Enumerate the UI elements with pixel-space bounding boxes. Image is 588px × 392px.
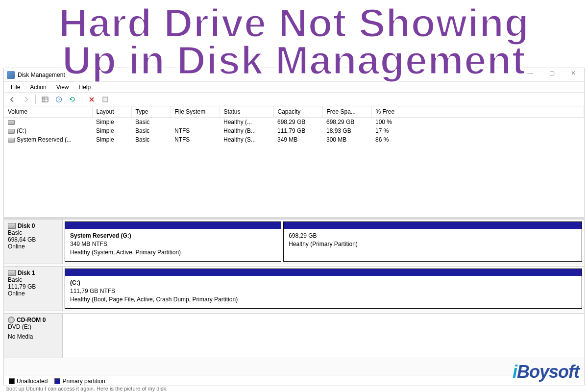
minimize-button[interactable]: — xyxy=(521,70,539,76)
partition-size: 349 MB NTFS xyxy=(70,241,107,247)
disk-row: CD-ROM 0DVD (E:)No Media xyxy=(4,313,584,358)
disk-state: No Media xyxy=(8,333,58,340)
volume-table-header: Volume Layout Type File System Status Ca… xyxy=(4,106,584,118)
partition-block[interactable]: 698,29 GBHealthy (Primary Partition) xyxy=(283,221,582,262)
help-button[interactable]: ? xyxy=(53,94,64,105)
delete-button[interactable] xyxy=(86,94,97,105)
partition-size: 698,29 GB xyxy=(289,232,317,239)
col-filesystem[interactable]: File System xyxy=(171,106,220,118)
col-type[interactable]: Type xyxy=(131,106,171,118)
menu-file[interactable]: File xyxy=(7,83,24,92)
partition-status: Healthy (Boot, Page File, Active, Crash … xyxy=(70,296,238,303)
properties-button[interactable] xyxy=(100,94,111,105)
table-row[interactable]: (C:)SimpleBasicNTFSHealthy (B...111,79 G… xyxy=(4,126,584,135)
forward-button[interactable] xyxy=(21,94,31,105)
table-row[interactable]: System Reserved (...SimpleBasicNTFSHealt… xyxy=(4,135,584,144)
optical-disc-icon xyxy=(8,317,15,323)
partition-block[interactable]: (C:)111,79 GB NTFSHealthy (Boot, Page Fi… xyxy=(65,269,582,309)
table-view-button[interactable] xyxy=(40,94,50,105)
partition-area: (C:)111,79 GB NTFSHealthy (Boot, Page Fi… xyxy=(63,267,584,311)
partition-area xyxy=(63,314,584,358)
menu-action[interactable]: Action xyxy=(26,83,50,92)
window-controls: — ▢ ✕ xyxy=(521,70,582,76)
partition-title: (C:) xyxy=(70,279,80,286)
disk-name: Disk 0 xyxy=(18,222,35,229)
disk-management-window: Disk Management — ▢ ✕ File Action View H… xyxy=(3,68,585,387)
partition-color-bar xyxy=(284,222,582,229)
disk-name: Disk 1 xyxy=(18,270,35,276)
col-layout[interactable]: Layout xyxy=(92,106,131,118)
swatch-primary-icon xyxy=(54,378,60,384)
svg-text:?: ? xyxy=(58,98,60,102)
close-button[interactable]: ✕ xyxy=(564,70,582,76)
svg-rect-0 xyxy=(42,97,48,102)
volume-icon xyxy=(8,120,15,125)
col-pctfree[interactable]: % Free xyxy=(371,106,406,118)
partition-status: Healthy (Primary Partition) xyxy=(289,241,358,247)
col-capacity[interactable]: Capacity xyxy=(273,106,322,118)
volume-icon xyxy=(8,129,15,134)
col-free[interactable]: Free Spa... xyxy=(322,106,371,118)
disk-type: DVD (E:) xyxy=(8,323,58,330)
col-status[interactable]: Status xyxy=(220,106,273,118)
graphical-view-pane: Disk 0Basic698,64 GBOnlineSystem Reserve… xyxy=(4,219,584,375)
disk-row: Disk 1Basic111,79 GBOnline(C:)111,79 GB … xyxy=(4,266,584,311)
partial-cropped-text: boot up Ubuntu I can access it again. He… xyxy=(3,385,585,392)
disk-type: Basic xyxy=(8,229,58,236)
disk-size: 698,64 GB xyxy=(8,236,58,243)
menu-help[interactable]: Help xyxy=(75,83,95,92)
svg-rect-7 xyxy=(103,97,108,102)
disk-label-cell[interactable]: Disk 1Basic111,79 GBOnline xyxy=(4,267,63,311)
partition-size: 111,79 GB NTFS xyxy=(70,288,115,294)
disk-label-cell[interactable]: CD-ROM 0DVD (E:)No Media xyxy=(4,314,63,358)
partition-color-bar xyxy=(65,269,582,276)
menubar: File Action View Help xyxy=(4,82,584,93)
volume-list-pane: Volume Layout Type File System Status Ca… xyxy=(4,106,584,219)
maximize-button[interactable]: ▢ xyxy=(543,70,561,76)
partition-color-bar xyxy=(65,222,281,229)
volume-table: Volume Layout Type File System Status Ca… xyxy=(4,106,584,144)
disk-row: Disk 0Basic698,64 GBOnlineSystem Reserve… xyxy=(4,219,584,264)
titlebar: Disk Management — ▢ ✕ xyxy=(4,68,584,82)
back-button[interactable] xyxy=(7,94,18,105)
disk-name: CD-ROM 0 xyxy=(17,317,46,323)
menu-view[interactable]: View xyxy=(52,83,73,92)
refresh-button[interactable] xyxy=(67,94,78,105)
legend-unallocated: Unallocated xyxy=(9,378,48,385)
disk-state: Online xyxy=(8,290,58,297)
volume-icon xyxy=(8,138,15,143)
table-row[interactable]: SimpleBasicHealthy (...698,29 GB698,29 G… xyxy=(4,118,584,127)
hard-disk-icon xyxy=(8,270,16,276)
disk-state: Online xyxy=(8,243,58,250)
partition-title: System Reserved (G:) xyxy=(70,232,131,239)
partition-area: System Reserved (G:)349 MB NTFSHealthy (… xyxy=(63,220,584,264)
disk-type: Basic xyxy=(8,276,58,283)
disk-size: 111,79 GB xyxy=(8,283,58,290)
app-icon xyxy=(7,71,15,79)
overlay-line1: Hard Drive Not Showing xyxy=(59,0,530,45)
col-volume[interactable]: Volume xyxy=(4,106,92,118)
hard-disk-icon xyxy=(8,223,16,229)
disk-label-cell[interactable]: Disk 0Basic698,64 GBOnline xyxy=(4,220,63,264)
partition-status: Healthy (System, Active, Primary Partiti… xyxy=(70,249,181,256)
toolbar: ? xyxy=(4,93,584,106)
swatch-unallocated-icon xyxy=(9,378,15,384)
window-title: Disk Management xyxy=(18,72,65,78)
partition-block[interactable]: System Reserved (G:)349 MB NTFSHealthy (… xyxy=(65,221,281,262)
legend-primary: Primary partition xyxy=(54,378,105,385)
